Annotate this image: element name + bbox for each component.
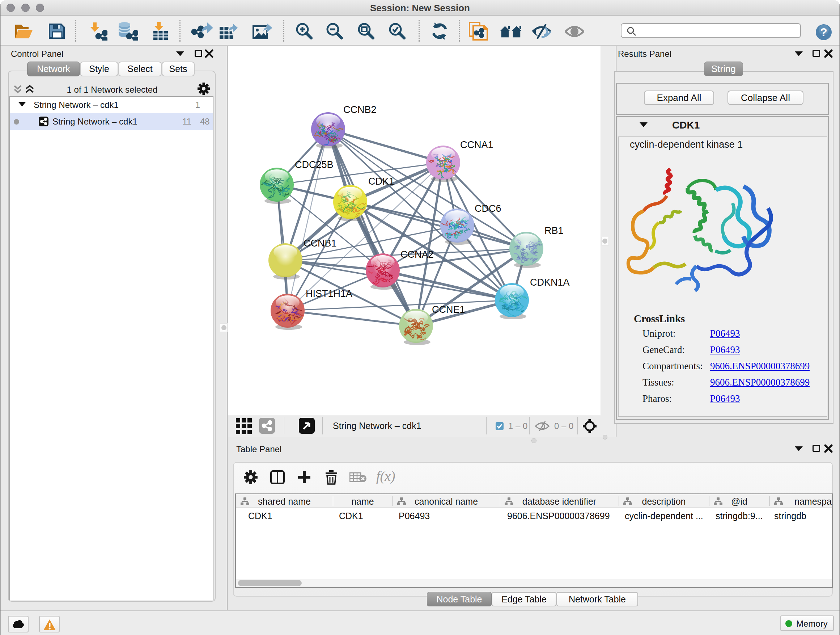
svg-text:HIST1H1A: HIST1H1A	[306, 288, 352, 299]
svg-text:RB1: RB1	[545, 225, 564, 236]
svg-text:CDC25B: CDC25B	[295, 159, 333, 170]
svg-text:CDK1: CDK1	[368, 176, 394, 187]
svg-text:CDKN1A: CDKN1A	[530, 277, 570, 288]
svg-text:CDC6: CDC6	[475, 203, 501, 214]
svg-text:CCNB1: CCNB1	[303, 238, 337, 249]
svg-text:CCNA1: CCNA1	[460, 139, 493, 150]
svg-text:CCNB2: CCNB2	[343, 104, 377, 115]
svg-text:CCNE1: CCNE1	[432, 304, 465, 315]
svg-text:?: ?	[820, 26, 827, 39]
svg-text:CCNA2: CCNA2	[401, 249, 434, 260]
